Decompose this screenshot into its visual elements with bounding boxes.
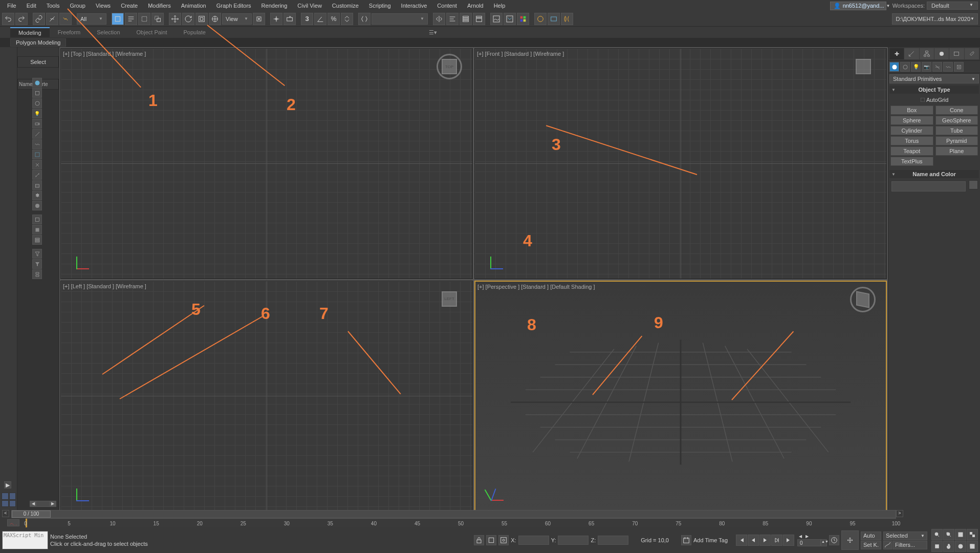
isolate-selection-button[interactable] [486, 535, 496, 545]
ref-coord-dropdown[interactable]: View▼ [222, 13, 252, 25]
rect-select-button[interactable] [138, 13, 150, 25]
sphere-button[interactable]: Sphere [890, 116, 933, 125]
shapes-category[interactable] [900, 62, 910, 72]
select-by-name-button[interactable] [125, 13, 137, 25]
schematic-view-button[interactable] [504, 13, 516, 25]
viewport-left-label[interactable]: [+] [Left ] [Standard ] [Wireframe ] [63, 283, 146, 289]
lock-selection-button[interactable] [474, 535, 484, 545]
viewport-front[interactable]: [+] [Front ] [Standard ] [Wireframe ] [474, 48, 887, 279]
key-filter-selected[interactable]: Selected▼ [883, 531, 927, 540]
material-editor-button[interactable] [517, 13, 529, 25]
viewport-front-label[interactable]: [+] [Front ] [Standard ] [Wireframe ] [477, 51, 564, 57]
document-path-dropdown[interactable]: D:\ДОКУМЕНТ...ds Max 2020▼ [892, 13, 978, 25]
tube-button[interactable]: Tube [935, 126, 978, 135]
user-account-button[interactable]: 👤 nn6512@yand... ▼ [830, 2, 886, 10]
se-cameras[interactable] [32, 119, 42, 129]
ribbon-tab-freeform[interactable]: Freeform [50, 28, 89, 37]
menu-scripting[interactable]: Scripting [364, 1, 396, 10]
time-slider-handle[interactable]: 0 / 100 [12, 511, 51, 518]
cylinder-button[interactable]: Cylinder [890, 126, 933, 135]
geometry-category[interactable] [889, 62, 899, 72]
prev-frame-button[interactable] [748, 535, 759, 546]
textplus-button[interactable]: TextPlus [890, 157, 933, 166]
motion-tab[interactable] [934, 48, 949, 59]
se-helpers[interactable] [32, 129, 42, 139]
cameras-category[interactable]: 📷 [922, 62, 931, 72]
viewport-perspective[interactable]: [+] [Perspective ] [Standard ] [Default … [474, 281, 887, 512]
se-bone[interactable] [32, 170, 42, 180]
time-slider[interactable]: 0 / 100 [11, 510, 896, 518]
menu-help[interactable]: Help [489, 1, 511, 10]
se-hidden[interactable] [32, 201, 42, 210]
object-name-input[interactable] [891, 181, 966, 192]
unlink-button[interactable] [46, 13, 58, 25]
lights-category[interactable]: 💡 [911, 62, 921, 72]
zoom-button[interactable] [931, 529, 943, 540]
menu-customize[interactable]: Customize [327, 1, 364, 10]
primitive-dropdown[interactable]: Standard Primitives▼ [889, 74, 979, 83]
se-groups[interactable] [32, 150, 42, 159]
se-shapes[interactable] [32, 98, 42, 108]
expand-explorer-button[interactable]: ▶ [4, 481, 11, 488]
menu-views[interactable]: Views [91, 1, 116, 10]
object-type-header[interactable]: ▼Object Type [889, 86, 979, 94]
y-coord-input[interactable] [558, 536, 589, 545]
polygon-modeling-panel[interactable]: Polygon Modeling [10, 38, 66, 47]
ribbon-tab-modeling[interactable]: Modeling [10, 27, 50, 37]
viewcube-front[interactable] [851, 54, 876, 79]
selection-filter-dropdown[interactable]: All▼ [77, 13, 106, 25]
goto-start-button[interactable] [736, 535, 747, 546]
utilities-tab[interactable] [965, 48, 979, 59]
viewcube-top[interactable]: TOP [437, 54, 462, 79]
cone-button[interactable]: Cone [935, 105, 978, 115]
frame-up-button[interactable]: ◀ [797, 534, 803, 539]
render-button[interactable] [561, 13, 573, 25]
goto-end-button[interactable] [783, 535, 794, 546]
menu-content[interactable]: Content [432, 1, 462, 10]
curve-editor-button[interactable] [490, 13, 503, 25]
se-xrefs[interactable] [32, 160, 42, 169]
se-spacewarps[interactable] [32, 139, 42, 149]
explorer-scroll[interactable]: ◀▶ [30, 501, 56, 507]
redo-button[interactable] [15, 13, 28, 25]
hierarchy-tab[interactable] [920, 48, 934, 59]
time-tag-icon[interactable] [681, 535, 691, 545]
angle-snap-button[interactable] [314, 13, 326, 25]
se-display-influences[interactable] [32, 225, 42, 235]
time-config-button[interactable] [829, 535, 839, 545]
time-tag-label[interactable]: Add Time Tag [693, 537, 728, 543]
zoom-extents-all-button[interactable] [967, 529, 978, 540]
teapot-button[interactable]: Teapot [890, 146, 933, 156]
maximize-viewport-button[interactable] [967, 541, 978, 552]
viewcube-left[interactable]: LEFT [437, 286, 462, 312]
viewport-layout-button[interactable] [2, 493, 16, 507]
set-key-button[interactable]: Set K. [861, 541, 881, 549]
snap-toggle-button[interactable]: 3 [301, 13, 313, 25]
play-button[interactable] [759, 535, 771, 546]
spinner-snap-button[interactable] [341, 13, 353, 25]
current-frame-input[interactable]: 0 [797, 539, 821, 546]
ribbon-tab-populate[interactable]: Populate [175, 28, 213, 37]
helpers-category[interactable] [932, 62, 942, 72]
se-select-dependents[interactable] [32, 235, 42, 245]
se-edit-containers[interactable] [32, 269, 42, 279]
menu-graph-editors[interactable]: Graph Editors [211, 1, 256, 10]
render-setup-button[interactable] [534, 13, 547, 25]
ribbon-toggle-icon[interactable]: ☰▾ [429, 29, 437, 36]
display-tab[interactable] [949, 48, 964, 59]
time-slider-right-arrow[interactable]: > [896, 510, 903, 517]
frame-down-button[interactable]: ▶ [804, 534, 810, 539]
menu-modifiers[interactable]: Modifiers [143, 1, 176, 10]
rotate-button[interactable] [182, 13, 194, 25]
se-display-children[interactable] [32, 215, 42, 224]
maxscript-listener[interactable]: MAXScript Min [2, 531, 48, 549]
create-tab[interactable]: ✚ [889, 48, 904, 59]
viewcube-perspective[interactable] [850, 287, 876, 312]
menu-rendering[interactable]: Rendering [256, 1, 293, 10]
key-filters-button[interactable]: Filters... [892, 541, 927, 549]
se-containers[interactable] [32, 180, 42, 190]
auto-key-button[interactable]: Auto [861, 531, 881, 540]
scale-button[interactable] [195, 13, 208, 25]
zoom-region-button[interactable] [931, 541, 943, 552]
name-color-header[interactable]: ▼Name and Color [889, 170, 979, 178]
